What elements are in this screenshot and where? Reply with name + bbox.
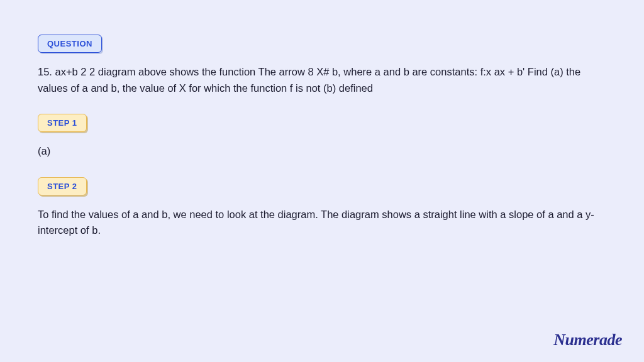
step-1-badge: STEP 1 — [38, 114, 87, 132]
step-2-badge: STEP 2 — [38, 177, 87, 195]
question-section: QUESTION 15. ax+b 2 2 diagram above show… — [38, 35, 606, 96]
question-badge: QUESTION — [38, 35, 102, 53]
question-text: 15. ax+b 2 2 diagram above shows the fun… — [38, 64, 606, 96]
step-1-content: (a) — [38, 143, 606, 160]
step-2-content: To find the values of a and b, we need t… — [38, 207, 606, 239]
brand-logo: Numerade — [553, 331, 622, 349]
step-2-section: STEP 2 To find the values of a and b, we… — [38, 177, 606, 239]
step-1-section: STEP 1 (a) — [38, 114, 606, 160]
